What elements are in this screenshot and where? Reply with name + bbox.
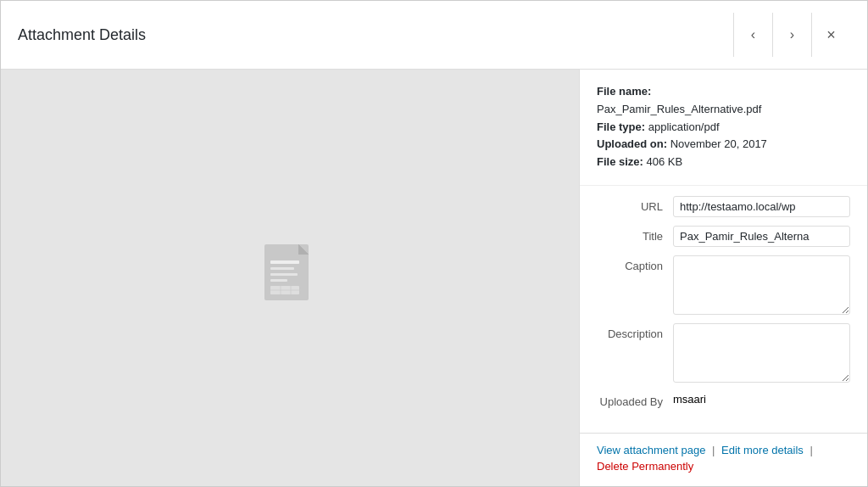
file-type-row: File type: application/pdf — [597, 119, 850, 137]
file-size-label: File size: — [597, 155, 643, 168]
uploaded-by-value: msaari — [673, 393, 706, 406]
separator-2: | — [810, 444, 812, 456]
description-input[interactable] — [673, 323, 850, 383]
close-icon: × — [826, 26, 836, 44]
footer-link-row-2: Delete Permanently — [597, 460, 850, 473]
svg-rect-3 — [270, 260, 299, 264]
url-input[interactable] — [673, 196, 850, 217]
uploaded-on-value: November 20, 2017 — [670, 137, 767, 150]
uploaded-by-row: Uploaded By msaari — [597, 391, 850, 408]
modal-body: File name: Pax_Pamir_Rules_Alternative.p… — [1, 70, 867, 486]
title-row: Title — [597, 226, 850, 247]
delete-permanently-link[interactable]: Delete Permanently — [597, 460, 693, 473]
file-name-value: Pax_Pamir_Rules_Alternative.pdf — [597, 103, 761, 115]
uploaded-on-label: Uploaded on: — [597, 137, 667, 150]
file-name-label: File name: — [597, 85, 651, 98]
caption-input[interactable] — [673, 255, 850, 315]
modal-header: Attachment Details ‹ › × — [1, 1, 867, 70]
next-icon: › — [790, 27, 794, 42]
prev-button[interactable]: ‹ — [733, 13, 772, 57]
url-row: URL — [597, 196, 850, 217]
svg-rect-6 — [270, 279, 287, 282]
modal-title: Attachment Details — [18, 26, 146, 44]
next-button[interactable]: › — [772, 13, 811, 57]
caption-row: Caption — [597, 255, 850, 315]
file-type-label: File type: — [597, 120, 645, 133]
file-size-value: 406 KB — [647, 155, 683, 168]
uploaded-on-row: Uploaded on: November 20, 2017 — [597, 136, 850, 154]
description-label: Description — [597, 323, 673, 340]
footer-links: View attachment page | Edit more details… — [580, 433, 867, 486]
attachment-details-modal: Attachment Details ‹ › × — [0, 0, 868, 487]
close-button[interactable]: × — [811, 13, 850, 57]
edit-more-details-link[interactable]: Edit more details — [721, 444, 804, 456]
header-nav: ‹ › × — [733, 13, 850, 57]
file-info-section: File name: Pax_Pamir_Rules_Alternative.p… — [580, 70, 867, 186]
preview-area — [1, 70, 579, 486]
pdf-thumbnail — [260, 242, 320, 314]
svg-rect-5 — [270, 273, 298, 276]
description-row: Description — [597, 323, 850, 383]
uploaded-by-label: Uploaded By — [597, 391, 673, 408]
title-input[interactable] — [673, 226, 850, 247]
details-panel: File name: Pax_Pamir_Rules_Alternative.p… — [579, 70, 867, 486]
form-area: URL Title Caption Description — [580, 186, 867, 433]
url-label: URL — [597, 196, 673, 213]
separator-1: | — [712, 444, 718, 456]
caption-label: Caption — [597, 255, 673, 272]
footer-link-row-1: View attachment page | Edit more details… — [597, 444, 850, 456]
prev-icon: ‹ — [751, 27, 755, 42]
svg-rect-4 — [270, 267, 294, 270]
file-name-row: File name: Pax_Pamir_Rules_Alternative.p… — [597, 83, 850, 119]
view-attachment-link[interactable]: View attachment page — [597, 444, 705, 456]
file-type-value: application/pdf — [648, 120, 720, 133]
file-size-row: File size: 406 KB — [597, 154, 850, 171]
title-label: Title — [597, 226, 673, 243]
